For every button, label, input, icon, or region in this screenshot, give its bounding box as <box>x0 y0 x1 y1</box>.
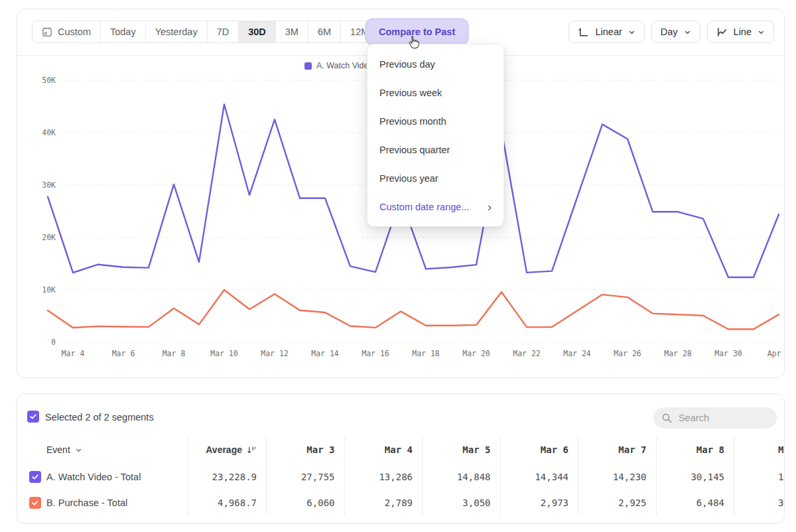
value-cell: 14,344 <box>501 464 579 490</box>
x-tick-label: Mar 4 <box>62 349 85 358</box>
range-button-label: Custom <box>58 27 91 37</box>
value-cell: 13,286 <box>345 464 423 490</box>
search-input[interactable] <box>679 413 765 423</box>
segments-selected-label: Selected 2 of 2 segments <box>45 412 154 423</box>
select-all-checkbox[interactable] <box>27 411 39 423</box>
segments-table-card: Selected 2 of 2 segments EventAverageMar… <box>17 393 785 524</box>
date-column-header[interactable]: Mar 3 <box>267 436 345 464</box>
interval-dropdown[interactable]: Day <box>651 21 700 43</box>
scale-dropdown[interactable]: Linear <box>568 21 644 43</box>
compare-to-past-button[interactable]: Compare to Past <box>367 21 466 43</box>
check-icon <box>31 499 39 507</box>
legend-label: A. Watch Video <box>316 61 373 70</box>
average-value-cell: 4,968.7 <box>189 490 267 515</box>
chevron-down-icon <box>758 29 765 36</box>
legend-swatch <box>304 62 312 70</box>
value-cell: 6,484 <box>657 490 735 515</box>
date-column-header[interactable]: Mar 8 <box>657 436 735 464</box>
menu-item-previous-year[interactable]: Previous year <box>367 164 503 192</box>
segment-checkbox[interactable] <box>29 471 41 483</box>
y-tick-label: 10K <box>42 285 56 295</box>
table-row-event-cell: B. Purchase - Total <box>17 490 189 515</box>
value-cell: 6,060 <box>267 490 345 515</box>
x-tick-label: Mar 12 <box>261 349 289 358</box>
x-tick-label: Mar 28 <box>664 349 692 358</box>
x-tick-label: Apr 1 <box>767 349 784 358</box>
menu-item-previous-day[interactable]: Previous day <box>367 50 503 78</box>
event-header-label: Event <box>46 444 70 455</box>
check-icon <box>31 473 39 481</box>
line-chart-icon <box>716 27 728 38</box>
chart-type-dropdown-label: Line <box>734 27 752 37</box>
range-button-today[interactable]: Today <box>100 21 145 42</box>
x-tick-label: Mar 18 <box>412 349 440 358</box>
value-cell: 30,145 <box>657 464 735 490</box>
range-button-label: 6M <box>318 27 331 37</box>
menu-item-custom-date-range[interactable]: Custom date range...› <box>367 192 503 221</box>
analytics-page: CustomTodayYesterday7D30D3M6M12M Compare… <box>0 0 796 532</box>
value-cell: 2,973 <box>501 490 579 515</box>
value-cell: 27,755 <box>267 464 345 490</box>
chevron-down-icon <box>628 29 635 36</box>
value-cell: 2,925 <box>578 490 657 515</box>
chevron-right-icon: › <box>488 200 492 213</box>
x-tick-label: Mar 22 <box>513 349 541 358</box>
date-column-header[interactable]: Mar 4 <box>345 436 423 464</box>
menu-item-label: Custom date range... <box>379 202 469 212</box>
x-tick-label: Mar 30 <box>714 349 742 358</box>
value-cell: 2,789 <box>345 490 423 515</box>
value-cell: 14,848 <box>423 464 501 490</box>
segment-name: A. Watch Video - Total <box>46 472 141 482</box>
interval-dropdown-label: Day <box>661 27 678 37</box>
segments-table: EventAverageMar 3Mar 4Mar 5Mar 6Mar 7Mar… <box>17 436 785 515</box>
average-column-header[interactable]: Average <box>189 436 267 464</box>
x-tick-label: Mar 20 <box>462 349 490 358</box>
x-tick-label: Mar 26 <box>614 349 641 358</box>
chevron-down-icon <box>75 446 82 454</box>
event-column-header[interactable]: Event <box>17 436 189 464</box>
y-tick-label: 30K <box>42 180 56 190</box>
date-column-header[interactable]: Mar 7 <box>578 436 657 464</box>
menu-item-previous-month[interactable]: Previous month <box>367 107 503 135</box>
range-button-custom[interactable]: Custom <box>33 21 100 42</box>
segment-checkbox[interactable] <box>29 497 41 509</box>
range-button-30d[interactable]: 30D <box>238 21 275 42</box>
date-column-header[interactable]: Mar 5 <box>423 436 501 464</box>
search-icon <box>661 413 673 424</box>
y-tick-label: 20K <box>42 233 56 242</box>
range-button-label: 30D <box>248 27 266 37</box>
scale-dropdown-label: Linear <box>595 27 622 37</box>
x-tick-label: Mar 16 <box>362 349 389 358</box>
y-tick-label: 40K <box>42 128 56 137</box>
linear-axes-icon <box>578 27 589 38</box>
range-button-3m[interactable]: 3M <box>275 21 308 42</box>
segments-bar: Selected 2 of 2 segments <box>17 407 784 429</box>
range-button-label: 7D <box>217 27 230 37</box>
date-column-header[interactable]: Mar 6 <box>501 436 579 464</box>
range-button-yesterday[interactable]: Yesterday <box>145 21 207 42</box>
date-column-header[interactable]: M <box>734 436 785 464</box>
calendar-icon <box>42 27 52 37</box>
value-cell: 3, <box>734 490 785 515</box>
x-tick-label: Mar 24 <box>563 349 591 358</box>
search-box[interactable] <box>653 407 777 429</box>
range-button-label: Yesterday <box>155 27 198 37</box>
series-line[interactable] <box>48 290 779 329</box>
table-row-event-cell: A. Watch Video - Total <box>17 464 189 490</box>
sort-descending-icon <box>247 445 257 455</box>
x-tick-label: Mar 14 <box>311 349 339 358</box>
menu-item-previous-quarter[interactable]: Previous quarter <box>367 135 503 164</box>
date-range-group: CustomTodayYesterday7D30D3M6M12M <box>32 21 379 43</box>
chart-type-dropdown[interactable]: Line <box>707 21 774 43</box>
chevron-down-icon <box>684 29 691 36</box>
chart-controls: Linear Day Line <box>568 21 774 43</box>
menu-item-previous-week[interactable]: Previous week <box>367 78 503 107</box>
check-icon <box>29 413 37 421</box>
value-cell: 3,050 <box>423 490 501 515</box>
legend-item[interactable]: A. Watch Video <box>304 61 373 70</box>
range-button-6m[interactable]: 6M <box>308 21 340 42</box>
compare-to-past-menu: Previous dayPrevious weekPrevious monthP… <box>367 44 504 227</box>
range-button-7d[interactable]: 7D <box>207 21 239 42</box>
value-cell: 15, <box>734 464 785 490</box>
range-button-label: 3M <box>285 27 298 37</box>
